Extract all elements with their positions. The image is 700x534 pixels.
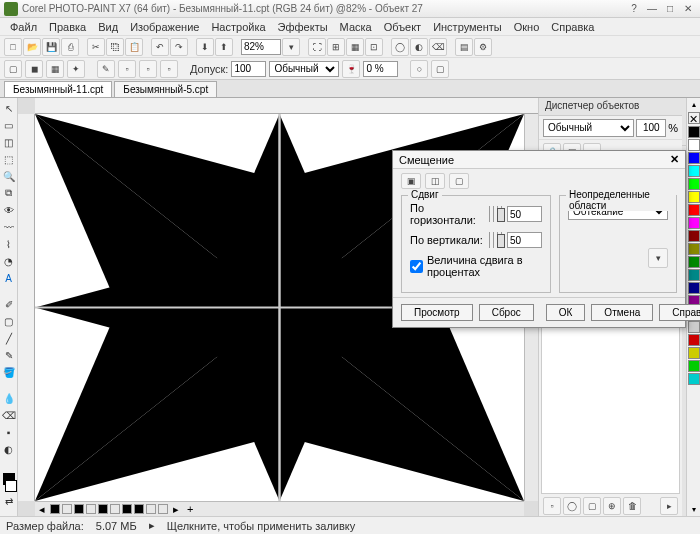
fill-pattern-button[interactable]: ▦ — [46, 60, 64, 78]
antialias-button[interactable]: ○ — [410, 60, 428, 78]
prop-btn-b[interactable]: ▫ — [139, 60, 157, 78]
dlg-preview-result-icon[interactable]: ▢ — [449, 173, 469, 189]
mask-transform-tool[interactable]: ◫ — [1, 134, 17, 150]
fill-normal-button[interactable]: ▢ — [4, 60, 22, 78]
color-swatch[interactable] — [688, 282, 700, 294]
frame-indicator[interactable] — [86, 504, 96, 514]
ruler-vertical[interactable] — [18, 114, 35, 501]
liquid-tool[interactable]: ⌇ — [1, 236, 17, 252]
color-swatch[interactable] — [688, 217, 700, 229]
clone-tool[interactable]: ⧉ — [1, 185, 17, 201]
line-tool[interactable]: ╱ — [1, 330, 17, 346]
crop-tool[interactable]: ⬚ — [1, 151, 17, 167]
menu-tools[interactable]: Инструменты — [427, 19, 508, 35]
grid-button[interactable]: ▦ — [346, 38, 364, 56]
color-swatch[interactable] — [688, 230, 700, 242]
help-button[interactable]: Справка — [659, 304, 700, 321]
redo-button[interactable]: ↷ — [170, 38, 188, 56]
export-button[interactable]: ⬆ — [215, 38, 233, 56]
dlg-preview-orig-icon[interactable]: ▣ — [401, 173, 421, 189]
launchers-button[interactable]: ▤ — [455, 38, 473, 56]
frame-indicator[interactable] — [98, 504, 108, 514]
paste-button[interactable]: 📋 — [125, 38, 143, 56]
horizontal-input[interactable] — [507, 206, 542, 222]
frame-indicator[interactable] — [146, 504, 156, 514]
frame-indicator[interactable] — [62, 504, 72, 514]
menu-window[interactable]: Окно — [508, 19, 546, 35]
mode-select[interactable]: Обычный — [269, 61, 339, 77]
menu-object[interactable]: Объект — [378, 19, 427, 35]
swap-colors-icon[interactable]: ⇄ — [1, 493, 17, 509]
color-swatch[interactable] — [688, 360, 700, 372]
menu-help[interactable]: Справка — [545, 19, 600, 35]
minimize-button[interactable]: — — [644, 3, 660, 15]
paint-tool[interactable]: ✐ — [1, 296, 17, 312]
fill-tool[interactable]: 🪣 — [1, 364, 17, 380]
palette-down-icon[interactable]: ▾ — [687, 503, 700, 516]
menu-view[interactable]: Вид — [92, 19, 124, 35]
shadow-tool[interactable]: ▪ — [1, 424, 17, 440]
zoom-input[interactable] — [241, 39, 281, 55]
background-color[interactable] — [5, 480, 17, 492]
close-button[interactable]: ✕ — [680, 3, 696, 15]
frame-indicator[interactable] — [50, 504, 60, 514]
eraser-tool[interactable]: ⌫ — [1, 407, 17, 423]
tolerance-input[interactable] — [231, 61, 266, 77]
cut-button[interactable]: ✂ — [87, 38, 105, 56]
help-icon[interactable]: ? — [626, 3, 642, 15]
menu-file[interactable]: Файл — [4, 19, 43, 35]
color-swatch[interactable] — [688, 269, 700, 281]
cancel-button[interactable]: Отмена — [591, 304, 653, 321]
reset-button[interactable]: Сброс — [479, 304, 534, 321]
new-lens-button[interactable]: ◯ — [563, 497, 581, 515]
save-button[interactable]: 💾 — [42, 38, 60, 56]
import-button[interactable]: ⬇ — [196, 38, 214, 56]
prop-btn-a[interactable]: ▫ — [118, 60, 136, 78]
scrollbar-horizontal[interactable]: ◂ ▸ + — [35, 501, 524, 516]
dialog-close-icon[interactable]: ✕ — [670, 153, 679, 166]
eyedropper-tool[interactable]: 💧 — [1, 390, 17, 406]
redeye-tool[interactable]: 👁 — [1, 202, 17, 218]
color-swatch[interactable] — [688, 191, 700, 203]
prop-btn-d[interactable]: ▢ — [431, 60, 449, 78]
options-button[interactable]: ⚙ — [474, 38, 492, 56]
tab-doc-1[interactable]: Безымянный-11.cpt — [4, 81, 112, 97]
frame-indicator[interactable] — [158, 504, 168, 514]
delete-layer-button[interactable]: 🗑 — [623, 497, 641, 515]
prop-btn-c[interactable]: ▫ — [160, 60, 178, 78]
pick-tool[interactable]: ↖ — [1, 100, 17, 116]
color-swatch[interactable] — [688, 152, 700, 164]
swatch-none[interactable]: ✕ — [688, 112, 700, 124]
undo-button[interactable]: ↶ — [151, 38, 169, 56]
invert-button[interactable]: ◐ — [410, 38, 428, 56]
edit-fill-button[interactable]: ✎ — [97, 60, 115, 78]
ruler-horizontal[interactable] — [35, 98, 538, 114]
frame-indicator[interactable] — [134, 504, 144, 514]
color-swatch-button[interactable]: ▾ — [648, 248, 668, 268]
menu-adjust[interactable]: Настройка — [205, 19, 271, 35]
color-swatch[interactable] — [688, 334, 700, 346]
vertical-slider[interactable] — [489, 232, 503, 248]
ok-button[interactable]: ОК — [546, 304, 586, 321]
frame-indicator[interactable] — [122, 504, 132, 514]
palette-up-icon[interactable]: ▴ — [687, 98, 700, 111]
rulers-button[interactable]: ⊞ — [327, 38, 345, 56]
color-swatch[interactable] — [688, 243, 700, 255]
mask-button[interactable]: ◯ — [391, 38, 409, 56]
preview-button[interactable]: Просмотр — [401, 304, 473, 321]
dlg-preview-split-icon[interactable]: ◫ — [425, 173, 445, 189]
color-swatch[interactable] — [688, 178, 700, 190]
frame-indicator[interactable] — [74, 504, 84, 514]
panel-options-icon[interactable]: ▸ — [660, 497, 678, 515]
blend-mode-select[interactable]: Обычный — [543, 119, 634, 137]
menu-effects[interactable]: Эффекты — [272, 19, 334, 35]
menu-mask[interactable]: Маска — [334, 19, 378, 35]
zoom-tool[interactable]: 🔍 — [1, 168, 17, 184]
new-mask-button[interactable]: ▢ — [583, 497, 601, 515]
rect-tool[interactable]: ▢ — [1, 313, 17, 329]
effect-tool[interactable]: ◔ — [1, 253, 17, 269]
color-swatch[interactable] — [688, 126, 700, 138]
vertical-input[interactable] — [507, 232, 542, 248]
mask-rect-tool[interactable]: ▭ — [1, 117, 17, 133]
color-swatch[interactable] — [688, 373, 700, 385]
